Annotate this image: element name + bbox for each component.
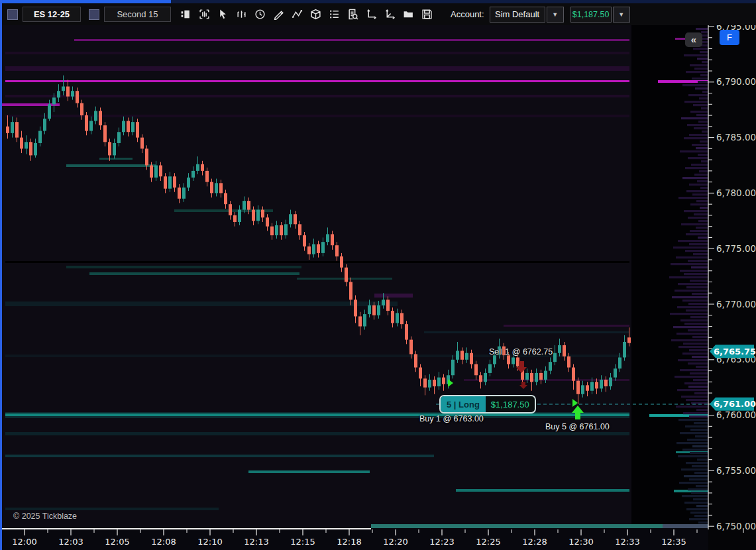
volume-profile-bar [678, 359, 708, 361]
time-axis-label: 12:10 [197, 537, 222, 547]
report-search-icon[interactable] [343, 6, 362, 23]
volume-profile-bar [696, 505, 708, 507]
sell1-order-label: Sell 1 @ 6762.75 [489, 347, 553, 357]
cursor-icon[interactable] [213, 6, 232, 23]
heatmap-band [5, 508, 219, 510]
volume-profile-bar [682, 449, 708, 451]
account-label: Account: [451, 9, 484, 19]
timeframe-color-chip[interactable] [89, 9, 99, 20]
volume-profile-bar [678, 419, 708, 421]
position-pill[interactable]: 5 | Long $1,187.50 [439, 395, 536, 413]
volume-profile-bar [678, 240, 708, 242]
volume-profile-bar [701, 160, 708, 162]
volume-profile-bar [690, 230, 708, 232]
volume-profile-bar [678, 283, 708, 285]
volume-profile-bar [676, 442, 708, 444]
collapse-panel-button[interactable]: « [685, 32, 702, 47]
trendline-icon[interactable] [288, 6, 306, 23]
time-axis-label: 12:25 [476, 537, 500, 547]
time-axis-line [0, 528, 371, 529]
bar-pattern-icon[interactable] [195, 6, 213, 23]
cube-icon[interactable] [306, 6, 325, 23]
volume-profile-bar [672, 296, 708, 298]
volume-profile-bar [689, 518, 708, 520]
volume-profile-bar [678, 346, 708, 348]
volume-profile-bar [701, 31, 708, 33]
price-axis-label: 6,750.00 [716, 521, 756, 531]
time-axis-label: 12:15 [290, 537, 315, 547]
volume-profile-bar [690, 452, 708, 454]
axis-scale-alt-icon[interactable] [380, 6, 399, 23]
volume-profile-bar [702, 61, 708, 63]
account-select-arrow[interactable]: ▼ [547, 7, 564, 23]
heatmap-band [5, 455, 434, 457]
volume-profile-bar [688, 217, 708, 219]
instrument-color-chip[interactable] [7, 9, 18, 20]
volume-profile-bar [695, 435, 708, 437]
volume-profile-bar [676, 256, 708, 258]
heatmap-band [374, 294, 413, 298]
heatmap-band [5, 413, 629, 416]
volume-profile-bar [698, 154, 708, 156]
folder-icon[interactable] [399, 6, 417, 23]
axis-scale-icon[interactable] [362, 6, 380, 23]
volume-profile-bar [693, 379, 708, 381]
volume-profile-bar [687, 124, 708, 126]
account-pnl-value[interactable]: $1,187.50 [570, 7, 612, 23]
volume-profile-bar [698, 522, 708, 523]
pencil-icon[interactable] [269, 6, 288, 23]
time-axis-label: 12:18 [337, 537, 361, 547]
volume-profile-bar [690, 280, 708, 282]
volume-profile-bar [692, 193, 708, 195]
watchlist-icon[interactable] [325, 6, 343, 23]
chart-canvas[interactable]: 12:0012:0312:0512:0812:1012:1312:1512:18… [0, 0, 756, 550]
volume-profile-bar [678, 455, 708, 457]
trading-app-window: ES 12-25 Second 15 Account: Sim Default … [0, 0, 756, 550]
volume-profile-bar [692, 336, 708, 338]
bar-chart-icon[interactable] [232, 6, 250, 23]
save-icon[interactable] [417, 6, 436, 23]
plot-background [0, 25, 708, 528]
volume-profile-bar [677, 389, 708, 391]
volume-profile-bar [698, 220, 708, 222]
volume-profile-bar [693, 104, 708, 106]
volume-profile-bar [681, 396, 708, 398]
account-pnl-arrow[interactable]: ▼ [613, 7, 630, 23]
volume-profile-bar [691, 266, 708, 268]
volume-profile-bar [697, 180, 708, 182]
volume-profile-bar [684, 137, 708, 139]
volume-profile-bar [686, 286, 708, 288]
volume-profile-bar [698, 121, 708, 123]
volume-profile-bar [681, 223, 708, 225]
heatmap-band [74, 39, 629, 41]
volume-profile-bar [690, 512, 708, 514]
clock-icon[interactable] [250, 6, 269, 23]
volume-profile-bar [700, 207, 708, 209]
chart-layout-icon[interactable] [176, 6, 195, 23]
volume-profile-bar [688, 157, 708, 159]
heatmap-band [66, 164, 156, 167]
volume-profile-bar [700, 187, 708, 189]
heatmap-band [66, 266, 301, 268]
heatmap-band [371, 524, 663, 528]
price-axis-label: 6,755.00 [716, 465, 756, 476]
volume-profile-bar [682, 353, 708, 355]
volume-profile-bar [685, 250, 708, 252]
volume-profile-bar [683, 412, 708, 414]
volume-profile-bar [696, 200, 708, 202]
timeframe-input[interactable]: Second 15 [104, 7, 171, 22]
price-axis-label: 6,790.00 [716, 76, 756, 87]
time-axis-label: 12:08 [151, 537, 176, 547]
account-select[interactable]: Sim Default [490, 7, 545, 23]
time-axis-label: 12:05 [105, 537, 129, 547]
position-pnl-label: $1,187.50 [486, 396, 535, 412]
volume-profile-bar [694, 174, 708, 176]
time-axis-label: 12:00 [12, 537, 36, 547]
time-axis-label: 12:30 [568, 537, 593, 547]
symbol-input[interactable]: ES 12-25 [23, 7, 81, 22]
volume-profile-bar [699, 170, 708, 172]
fast-mode-badge[interactable]: F [720, 30, 739, 45]
volume-profile-bar [689, 349, 708, 351]
volume-profile-bar [688, 362, 708, 364]
heatmap-band [99, 158, 133, 160]
